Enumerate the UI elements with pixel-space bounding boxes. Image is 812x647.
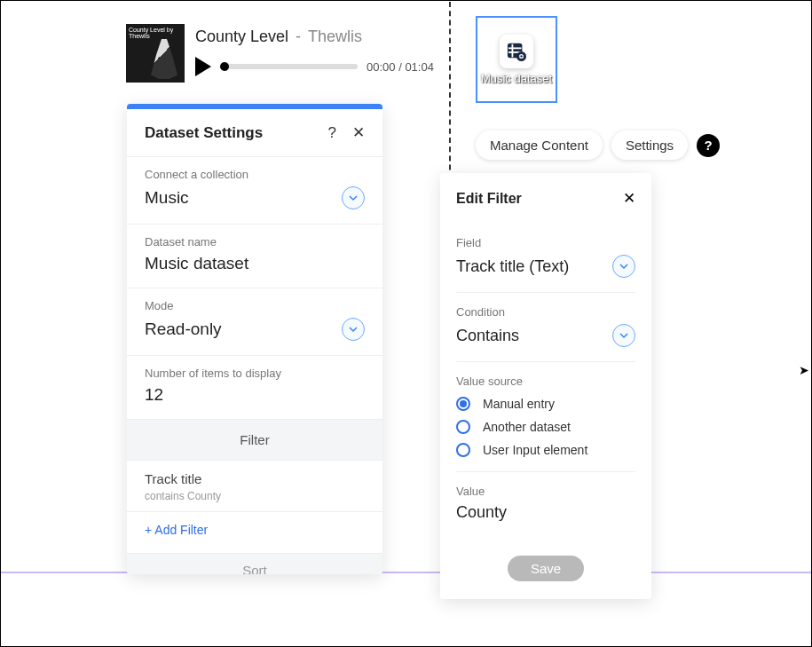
filter-item-subtitle: contains County	[145, 490, 365, 502]
field-select[interactable]: Track title (Text)	[456, 255, 635, 278]
condition-value: Contains	[456, 327, 519, 345]
value-label: Value	[456, 485, 635, 498]
condition-label: Condition	[456, 305, 635, 319]
vertical-dashed-divider	[449, 2, 451, 188]
radio-label: Manual entry	[483, 397, 555, 411]
radio-another-dataset[interactable]: Another dataset	[456, 420, 635, 434]
audio-player: County Level by Thewlis County Level - T…	[126, 24, 434, 83]
toolbar: Manage Content Settings ?	[476, 130, 720, 160]
radio-icon	[456, 443, 470, 457]
radio-icon	[456, 397, 470, 411]
chevron-down-icon[interactable]	[612, 324, 635, 347]
time-display: 00:00 / 01:04	[367, 60, 434, 74]
chevron-down-icon[interactable]	[612, 255, 635, 278]
svg-point-4	[517, 51, 525, 59]
chevron-down-icon[interactable]	[342, 318, 365, 341]
add-filter-button[interactable]: + Add Filter	[127, 511, 382, 553]
mode-label: Mode	[145, 299, 365, 312]
dataset-icon	[500, 35, 533, 68]
value-input[interactable]: County	[456, 503, 635, 522]
play-icon[interactable]	[195, 57, 211, 76]
dataset-name-label: Dataset name	[145, 235, 365, 249]
mode-select[interactable]: Read-only	[145, 318, 365, 341]
mode-value: Read-only	[145, 320, 222, 339]
settings-button[interactable]: Settings	[611, 130, 688, 160]
field-label: Field	[456, 236, 635, 249]
chevron-down-icon[interactable]	[342, 186, 365, 209]
track-artist: Thewlis	[308, 28, 362, 46]
progress-bar[interactable]	[220, 64, 358, 69]
dataset-name-input[interactable]: Music dataset	[145, 254, 365, 273]
save-button[interactable]: Save	[508, 556, 584, 581]
value-source-label: Value source	[456, 375, 635, 388]
filter-item[interactable]: Track title contains County	[127, 460, 382, 511]
track-separator: -	[296, 28, 301, 46]
cursor-icon: ➤	[799, 363, 809, 377]
radio-manual-entry[interactable]: Manual entry	[456, 397, 635, 411]
field-value: Track title (Text)	[456, 257, 569, 276]
radio-label: User Input element	[483, 443, 587, 457]
edit-filter-title: Edit Filter	[456, 191, 522, 207]
dataset-settings-panel: Dataset Settings ? ✕ Connect a collectio…	[127, 104, 382, 574]
help-button[interactable]: ?	[697, 134, 720, 157]
close-icon[interactable]: ✕	[352, 123, 365, 142]
connect-collection-label: Connect a collection	[145, 168, 365, 181]
sort-section-header: Sort	[127, 553, 382, 574]
filter-section-header: Filter	[127, 419, 382, 460]
album-art: County Level by Thewlis	[126, 24, 185, 83]
radio-user-input-element[interactable]: User Input element	[456, 443, 635, 457]
manage-content-button[interactable]: Manage Content	[476, 130, 603, 160]
panel-title: Dataset Settings	[145, 124, 263, 142]
track-title: County Level	[195, 28, 288, 46]
canvas-dataset-label: Music dataset	[481, 72, 552, 85]
horizontal-rule	[1, 572, 811, 573]
canvas-dataset-element[interactable]: Music dataset	[476, 16, 557, 103]
radio-label: Another dataset	[483, 420, 571, 434]
radio-icon	[456, 420, 470, 434]
close-icon[interactable]: ✕	[623, 189, 635, 208]
condition-select[interactable]: Contains	[456, 324, 635, 347]
items-count-label: Number of items to display	[145, 367, 365, 380]
connect-collection-select[interactable]: Music	[145, 186, 365, 209]
connect-collection-value: Music	[145, 188, 189, 208]
filter-item-title: Track title	[145, 471, 365, 486]
album-art-text: County Level by Thewlis	[129, 27, 173, 39]
album-art-figure	[151, 39, 177, 79]
edit-filter-panel: Edit Filter ✕ Field Track title (Text) C…	[440, 173, 651, 599]
items-count-input[interactable]: 12	[145, 385, 365, 405]
help-icon[interactable]: ?	[328, 124, 336, 142]
